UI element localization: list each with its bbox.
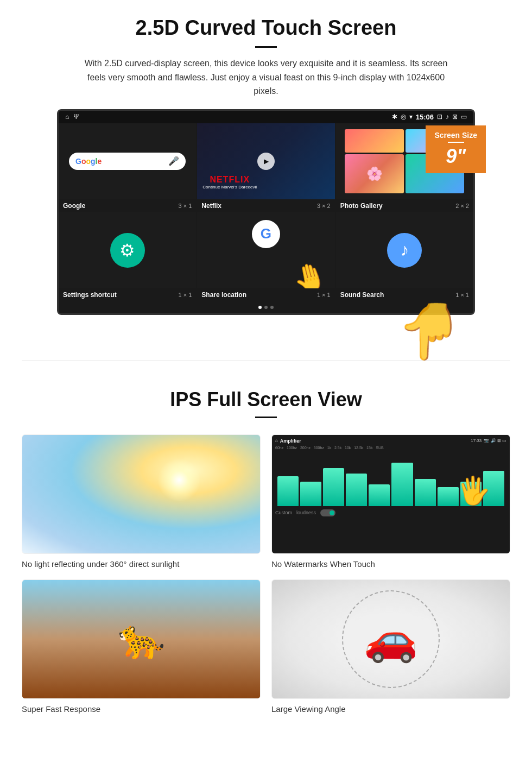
- google-mic-icon[interactable]: 🎤: [168, 156, 179, 166]
- settings-gear-bg: ⚙: [110, 233, 145, 268]
- signal-icon: ⊠: [452, 113, 458, 121]
- eq-bar-4-wrapper: [346, 452, 367, 506]
- cheetah-bg: 🐆: [22, 580, 260, 698]
- maps-icon-area: G 🤚: [197, 212, 334, 288]
- netflix-icon-area: NETFLIX Continue Marvel's Daredevil: [197, 123, 334, 199]
- sunlight-caption: No light reflecting under 360° direct su…: [22, 559, 261, 569]
- home-icon: ⌂: [65, 113, 69, 121]
- maps-icon: G: [252, 220, 280, 248]
- amp-controls: Custom loudness: [275, 509, 506, 516]
- amp-loudness-label: loudness: [296, 510, 316, 515]
- car-bg: 🚗: [272, 580, 510, 698]
- photos-label-row: Photo Gallery 2 × 2: [336, 199, 473, 212]
- eq-bar-6-wrapper: [391, 452, 413, 506]
- eq-hand-icon: 🖐: [455, 473, 492, 507]
- screen-size-badge: Screen Size 9": [426, 125, 486, 173]
- usb-icon: Ψ: [73, 113, 79, 121]
- photo-item-flower: 🌸: [345, 154, 403, 193]
- car-viewing-circle: [342, 590, 440, 688]
- amp-toggle-knob: [330, 510, 334, 515]
- amplifier-caption: No Watermarks When Touch: [271, 559, 510, 569]
- wifi-icon: ▾: [409, 113, 413, 121]
- settings-label-row: Settings shortcut 1 × 1: [59, 288, 196, 301]
- netflix-text: NETFLIX: [202, 175, 257, 185]
- app-grid-bottom: ⚙ Settings shortcut 1 × 1 G 🤚: [59, 212, 473, 301]
- section2-divider: [255, 417, 277, 418]
- amp-equalizer: 🖐: [275, 452, 506, 506]
- app-cell-maps[interactable]: G 🤚 Share location 1 × 1: [197, 212, 334, 301]
- cheetah-caption: Super Fast Response: [22, 704, 261, 714]
- sound-app-name: Sound Search: [340, 291, 384, 299]
- google-icon-area: Google 🎤: [59, 123, 196, 199]
- eq-bar-7-wrapper: [415, 452, 436, 506]
- dot-2: [264, 306, 268, 309]
- netflix-logo: NETFLIX Continue Marvel's Daredevil: [202, 175, 257, 190]
- netflix-play-button[interactable]: [257, 153, 275, 170]
- location-icon: ◎: [401, 113, 406, 121]
- badge-title: Screen Size: [434, 131, 477, 140]
- camera-icon: ⊡: [437, 113, 442, 121]
- eq-bar-5: [369, 484, 390, 506]
- netflix-label-row: Netflix 3 × 2: [197, 199, 334, 212]
- photo-item-1: [345, 129, 403, 153]
- section2-ips: IPS Full Screen View No light reflecting…: [0, 383, 532, 735]
- amp-toggle[interactable]: [320, 509, 335, 516]
- app-grid-top: Google 🎤 Google 3 × 1: [59, 123, 473, 212]
- feature-grid: No light reflecting under 360° direct su…: [22, 434, 510, 714]
- netflix-app-size: 3 × 2: [317, 203, 331, 209]
- eq-bar-1: [277, 476, 299, 506]
- amp-time: 17:33: [471, 438, 482, 443]
- battery-icon: ▭: [461, 113, 467, 121]
- badge-divider: [448, 142, 464, 143]
- amp-freq-labels: 60hz 100hz 200hz 500hz 1k 2.5k 10k 12.5k…: [275, 446, 506, 450]
- amplifier-image: ⌂ Amplifier 17:33 📷 🔊 ⊠ ▭ 60hz 100hz 200…: [271, 434, 510, 554]
- amp-custom-label: Custom: [275, 510, 292, 515]
- status-left-icons: ⌂ Ψ: [65, 113, 79, 121]
- sound-app-size: 1 × 1: [455, 292, 469, 298]
- amp-home-icon: ⌂: [275, 438, 278, 443]
- app-cell-netflix[interactable]: NETFLIX Continue Marvel's Daredevil Netf…: [197, 123, 334, 212]
- maps-label-row: Share location 1 × 1: [197, 288, 334, 301]
- status-right-icons: ✱ ◎ ▾ 15:06 ⊡ ♪ ⊠ ▭: [392, 113, 467, 121]
- settings-app-name: Settings shortcut: [63, 291, 117, 299]
- title-divider: [255, 46, 277, 48]
- google-search-widget[interactable]: Google 🎤: [69, 153, 186, 170]
- google-label-row: Google 3 × 1: [59, 199, 196, 212]
- status-time: 15:06: [416, 113, 434, 121]
- feature-sunlight: No light reflecting under 360° direct su…: [22, 434, 261, 569]
- photos-app-name: Photo Gallery: [340, 202, 383, 210]
- section1-title: 2.5D Curved Touch Screen: [33, 16, 499, 40]
- bluetooth-icon: ✱: [392, 113, 397, 121]
- eq-bar-2: [300, 482, 321, 506]
- eq-bar-3: [323, 468, 344, 506]
- eq-bar-3-wrapper: [323, 452, 344, 506]
- eq-bar-6: [391, 463, 413, 506]
- app-cell-sound[interactable]: ♪ Sound Search 1 × 1: [336, 212, 473, 301]
- device-screen: ⌂ Ψ ✱ ◎ ▾ 15:06 ⊡ ♪ ⊠ ▭: [57, 109, 475, 315]
- sunlight-bg: [22, 435, 260, 553]
- feature-car: 🚗 Large Viewing Angle: [271, 579, 510, 714]
- settings-app-size: 1 × 1: [179, 292, 192, 298]
- maps-app-size: 1 × 1: [317, 292, 331, 298]
- device-mockup: Screen Size 9" ⌂ Ψ ✱ ◎ ▾ 15:06 ⊡ ♪ ⊠: [57, 109, 475, 315]
- dot-1: [258, 306, 262, 309]
- cheetah-icon: 🐆: [118, 617, 165, 661]
- section1-curved-screen: 2.5D Curved Touch Screen With 2.5D curve…: [0, 0, 532, 328]
- status-bar: ⌂ Ψ ✱ ◎ ▾ 15:06 ⊡ ♪ ⊠ ▭: [59, 111, 473, 123]
- app-cell-settings[interactable]: ⚙ Settings shortcut 1 × 1: [59, 212, 196, 301]
- amp-title: Amplifier: [280, 438, 301, 444]
- badge-size: 9": [434, 145, 477, 168]
- volume-icon: ♪: [446, 113, 449, 121]
- settings-icon-area: ⚙: [59, 212, 196, 288]
- google-app-size: 3 × 1: [179, 203, 192, 209]
- photos-app-size: 2 × 2: [455, 203, 469, 209]
- car-caption: Large Viewing Angle: [271, 704, 510, 714]
- google-logo: Google: [75, 157, 102, 166]
- eq-bar-4: [346, 474, 367, 506]
- dot-3: [270, 306, 274, 309]
- car-image: 🚗: [271, 579, 510, 699]
- amp-icons: 📷 🔊 ⊠ ▭: [484, 438, 506, 443]
- feature-amplifier: ⌂ Amplifier 17:33 📷 🔊 ⊠ ▭ 60hz 100hz 200…: [271, 434, 510, 569]
- netflix-bg: NETFLIX Continue Marvel's Daredevil: [197, 123, 334, 199]
- app-cell-google[interactable]: Google 🎤 Google 3 × 1: [59, 123, 196, 212]
